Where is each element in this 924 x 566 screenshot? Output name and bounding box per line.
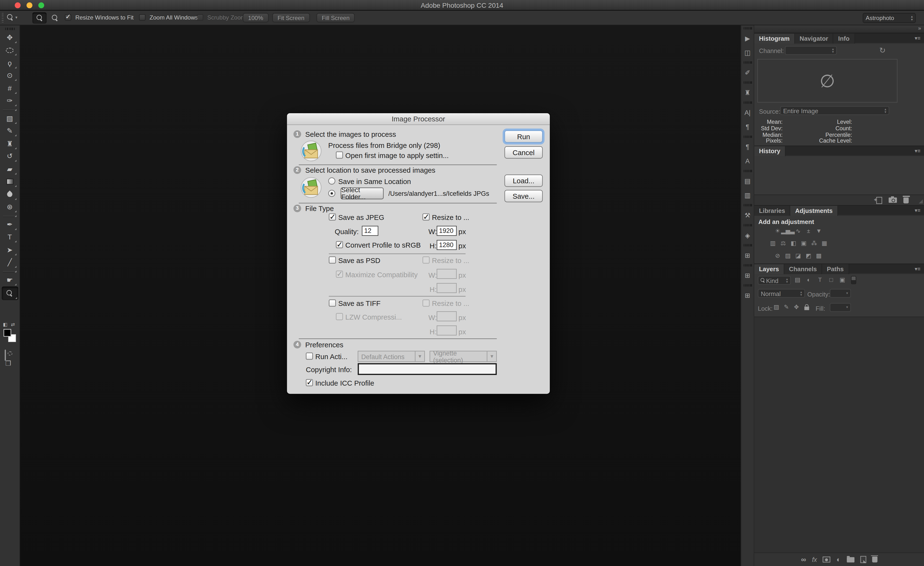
threshold-icon[interactable]: ◪ — [794, 252, 803, 259]
tab-channels[interactable]: Channels — [784, 264, 822, 274]
marquee-tool[interactable] — [2, 44, 18, 57]
invert-icon[interactable]: ⊘ — [773, 252, 782, 259]
jpeg-resize-checkbox[interactable] — [423, 214, 429, 220]
clone-source-panel-icon[interactable]: ♜ — [741, 86, 754, 100]
3d-panel-icon[interactable]: ◈ — [741, 228, 754, 242]
save-as-psd-checkbox[interactable] — [329, 256, 336, 263]
history-brush-tool[interactable]: ↺ — [2, 150, 18, 163]
new-document-from-state-icon[interactable] — [876, 197, 882, 203]
lock-pixels-icon[interactable]: ✎ — [782, 303, 791, 311]
tab-adjustments[interactable]: Adjustments — [790, 206, 838, 216]
save-same-location-radio[interactable] — [328, 178, 335, 185]
zoom-100-button[interactable]: 100% — [243, 13, 268, 23]
panel-menu-icon[interactable]: ▾≡ — [915, 34, 924, 43]
brush-settings-panel-icon[interactable]: ✐ — [741, 66, 754, 80]
save-button[interactable]: Save... — [504, 190, 543, 202]
color-balance-icon[interactable]: ⚖ — [778, 239, 788, 247]
tools-panel-handle[interactable] — [5, 28, 14, 30]
new-adjustment-layer-icon[interactable]: ◐ — [836, 555, 841, 564]
tool-group-divider[interactable] — [2, 107, 18, 112]
healing-brush-tool[interactable]: ▧ — [2, 112, 18, 125]
dodge-tool[interactable]: ⊛ — [2, 201, 18, 214]
strip-group-handle[interactable] — [741, 60, 754, 65]
photo-filter-icon[interactable]: ▣ — [800, 239, 808, 247]
link-layers-icon[interactable]: ∞ — [801, 555, 806, 564]
tab-libraries[interactable]: Libraries — [754, 206, 790, 216]
refresh-histogram-icon[interactable]: ↻ — [879, 46, 886, 55]
strip-group-handle[interactable] — [741, 262, 754, 268]
zoom-in-button[interactable] — [33, 12, 46, 24]
panel-menu-icon[interactable]: ▾≡ — [915, 264, 924, 273]
new-snapshot-icon[interactable] — [889, 197, 897, 203]
quality-input[interactable]: 12 — [362, 226, 378, 236]
include-icc-checkbox[interactable] — [306, 379, 313, 386]
black-white-icon[interactable]: ◧ — [789, 239, 798, 247]
actions-panel-icon[interactable]: ▶ — [741, 31, 754, 45]
gradient-map-icon[interactable]: ▩ — [814, 252, 823, 259]
layer-effects-icon[interactable]: fx — [812, 556, 817, 563]
strip-group-handle[interactable] — [741, 222, 754, 228]
notes-panel-icon[interactable]: ▥ — [741, 188, 754, 202]
panel-menu-icon[interactable]: ▾≡ — [915, 206, 924, 215]
select-folder-radio[interactable] — [328, 190, 335, 197]
panel-menu-icon[interactable]: ▾≡ — [915, 146, 924, 155]
paragraph-styles-panel-icon[interactable]: ¶ — [741, 140, 754, 154]
filter-adjustment-layers-icon[interactable]: ◐ — [804, 276, 813, 284]
save-as-tiff-checkbox[interactable] — [329, 300, 336, 307]
default-colors-icon[interactable]: ◧ — [3, 322, 8, 327]
hue-saturation-icon[interactable]: ▥ — [768, 239, 777, 247]
cancel-button[interactable]: Cancel — [504, 146, 543, 158]
options-bar-handle[interactable] — [2, 13, 3, 23]
open-first-image-checkbox[interactable] — [336, 152, 343, 158]
lock-all-icon[interactable] — [802, 303, 811, 311]
tab-histogram[interactable]: Histogram — [754, 34, 795, 44]
jpeg-height-input[interactable]: 1280 — [437, 240, 457, 250]
tab-info[interactable]: Info — [834, 34, 855, 44]
styles-panel-icon[interactable]: ◫ — [741, 45, 754, 60]
convert-srgb-checkbox[interactable] — [336, 241, 343, 248]
path-selection-tool[interactable]: ➤ — [2, 244, 18, 256]
eraser-tool[interactable]: ▰ — [2, 163, 18, 176]
dialog-title[interactable]: Image Processor — [287, 113, 550, 125]
extensions-panel-icon[interactable]: ⊞ — [741, 248, 754, 262]
foreground-color-swatch[interactable] — [4, 329, 11, 337]
filter-pixel-layers-icon[interactable]: ▤ — [793, 276, 802, 284]
exposure-icon[interactable]: ± — [804, 227, 813, 235]
character-styles-panel-icon[interactable]: A — [741, 154, 754, 168]
strip-group-handle[interactable] — [741, 80, 754, 85]
tab-paths[interactable]: Paths — [822, 264, 849, 274]
paragraph-panel-icon[interactable]: ¶ — [741, 120, 754, 134]
clone-stamp-tool[interactable]: ♜ — [2, 137, 18, 150]
load-button[interactable]: Load... — [504, 175, 543, 187]
layer-filter-kind-dropdown[interactable]: Kind ▴▾ — [758, 276, 791, 285]
workspace-switcher[interactable]: Astrophoto ▴▾ — [862, 13, 916, 23]
vibrance-icon[interactable]: ▼ — [814, 227, 823, 235]
brush-tool[interactable]: ✎ — [2, 125, 18, 137]
strip-group-handle[interactable] — [741, 134, 754, 140]
save-as-jpeg-checkbox[interactable] — [329, 214, 336, 220]
copyright-input[interactable] — [358, 363, 497, 375]
hand-tool[interactable]: ☛ — [2, 274, 18, 286]
tool-group-divider[interactable] — [2, 269, 18, 274]
filter-smart-objects-icon[interactable]: ▣ — [838, 276, 847, 284]
crop-tool[interactable]: # — [2, 82, 18, 95]
run-action-checkbox[interactable] — [306, 352, 313, 360]
eyedropper-tool[interactable]: ✑ — [2, 95, 18, 107]
tool-group-divider[interactable] — [2, 214, 18, 218]
new-group-icon[interactable] — [846, 557, 854, 562]
strip-group-handle[interactable] — [741, 25, 754, 31]
strip-group-handle[interactable] — [741, 168, 754, 174]
delete-state-icon[interactable] — [903, 197, 909, 203]
new-layer-icon[interactable] — [860, 556, 866, 563]
resize-grip-icon[interactable]: ◢ — [919, 198, 923, 204]
select-folder-button[interactable]: Select Folder... — [341, 187, 384, 199]
swap-colors-icon[interactable]: ⇄ — [11, 322, 15, 327]
resize-windows-to-fit-checkbox[interactable]: Resize Windows to Fit — [65, 14, 134, 21]
zoom-tool[interactable] — [2, 286, 18, 300]
tool-preset-picker[interactable]: ▾ — [7, 14, 17, 21]
levels-icon[interactable]: ▂▅▃ — [783, 227, 792, 235]
strip-group-handle[interactable] — [741, 283, 754, 288]
strip-group-handle[interactable] — [741, 100, 754, 105]
document-panel-icon[interactable]: ▤ — [741, 174, 754, 188]
pen-tool[interactable]: ✒ — [2, 218, 18, 231]
